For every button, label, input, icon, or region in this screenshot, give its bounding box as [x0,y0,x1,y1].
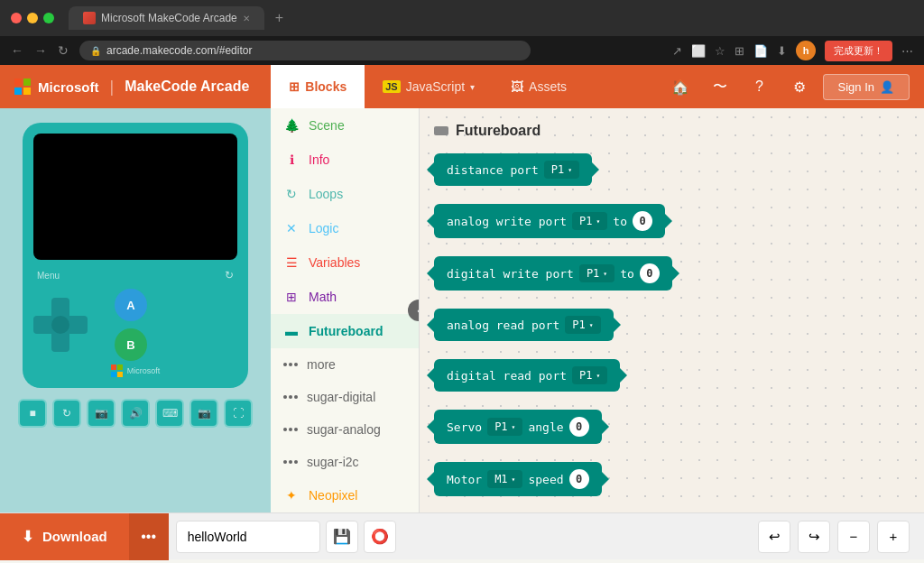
download-nav-icon[interactable]: ⬇ [777,44,787,58]
distance-port-block[interactable]: distance port P1 ▾ [434,153,592,186]
ms-logo-icon [14,78,31,95]
add-tab-button[interactable]: + [275,10,283,26]
update-button[interactable]: 完成更新！ [825,41,892,61]
servo-port-dropdown[interactable]: P1 ▾ [487,418,522,436]
neopixel-category-icon: ✦ [283,487,300,503]
undo-button[interactable]: ↩ [758,521,790,553]
device-panel: Menu ↻ A B [0,108,271,512]
category-sugar-digital[interactable]: sugar-digital [271,381,419,413]
category-scene[interactable]: 🌲 Scene [271,108,419,143]
device-controls-row: Menu ↻ [33,269,237,282]
forward-button[interactable]: → [34,43,47,58]
download-more-button[interactable]: ••• [129,513,169,560]
js-dropdown-icon[interactable]: ▾ [470,82,475,92]
category-sugar-i2c[interactable]: sugar-i2c [271,446,419,478]
share-button[interactable]: 〜 [704,70,736,103]
user-avatar[interactable]: h [796,41,816,60]
button-b[interactable]: B [115,328,147,361]
servo-label: Servo [447,420,482,434]
category-neopixel[interactable]: ✦ Neopixel [271,478,419,512]
screenshot-button[interactable]: 📷 [87,399,116,428]
minimize-dot[interactable] [27,13,38,23]
blocks-categories-panel: 🌲 Scene ℹ Info ↻ Loops ✕ Logic ☰ Variabl… [271,108,420,512]
tab-title: Microsoft MakeCode Arcade [101,12,237,24]
motor-block[interactable]: Motor M1 ▾ speed 0 [434,462,602,496]
category-variables[interactable]: ☰ Variables [271,245,419,280]
extensions-icon[interactable]: ⊞ [735,44,744,58]
settings-button[interactable]: ⚙ [783,70,816,103]
close-dot[interactable] [11,13,22,23]
help-button[interactable]: ? [744,70,776,103]
stop-button[interactable]: ■ [18,399,47,428]
digital-read-port-block[interactable]: digital read port P1 ▾ [434,359,620,392]
menu-icon[interactable]: ⋯ [901,44,913,58]
play-button[interactable]: ↻ [52,399,81,428]
maximize-dot[interactable] [43,13,54,23]
category-loops[interactable]: ↻ Loops [271,177,419,211]
download-label: Download [42,529,107,544]
home-button[interactable]: 🏠 [664,70,697,103]
bookmark-icon[interactable]: ☆ [715,44,725,58]
tab-javascript[interactable]: JS JavaScript ▾ [365,65,493,108]
project-name-input[interactable] [176,521,320,553]
zoom-in-button[interactable]: + [877,521,910,553]
download-button[interactable]: ⬇ Download [0,513,129,560]
analog-write-port-dropdown[interactable]: P1 ▾ [572,212,607,230]
url-box[interactable]: 🔒 arcade.makecode.com/#editor [79,41,531,60]
servo-angle-value[interactable]: 0 [569,417,589,437]
menu-label: Menu [37,271,60,281]
math-category-label: Math [309,290,337,304]
screenshot-icon[interactable]: ⬜ [691,44,706,58]
ms-logo-green [23,78,31,86]
button-a[interactable]: A [115,289,147,321]
category-info[interactable]: ℹ Info [271,143,419,177]
tab-blocks[interactable]: ⊞ Blocks [271,65,365,108]
category-math[interactable]: ⊞ Math [271,280,419,314]
distance-port-dropdown[interactable]: P1 ▾ [544,161,579,179]
digital-write-port-dropdown[interactable]: P1 ▾ [579,264,614,282]
undo-icon: ↩ [769,529,781,545]
digital-write-value[interactable]: 0 [640,263,660,283]
fullscreen-button[interactable]: ⛶ [224,399,253,428]
game-device: Menu ↻ A B [23,123,248,388]
category-logic[interactable]: ✕ Logic [271,211,419,245]
lock-icon: 🔒 [90,46,101,56]
category-futureboard[interactable]: ▬ Futureboard [271,314,419,348]
sign-in-button[interactable]: Sign In 👤 [823,74,910,100]
camera-button[interactable]: 📷 [189,399,218,428]
futureboard-category-label: Futureboard [309,324,383,338]
github-button[interactable]: ⭕ [364,521,396,553]
sound-button[interactable]: 🔊 [121,399,150,428]
analog-write-port-block[interactable]: analog write port P1 ▾ to 0 [434,204,665,238]
browser-chrome: Microsoft MakeCode Arcade ✕ + [0,0,924,36]
motor-speed-value[interactable]: 0 [569,469,589,489]
info-category-icon: ℹ [283,152,300,168]
device-refresh-icon[interactable]: ↻ [225,269,234,282]
browser-tab[interactable]: Microsoft MakeCode Arcade ✕ [69,6,264,30]
analog-read-port-dropdown[interactable]: P1 ▾ [565,316,600,334]
share-icon[interactable]: ↗ [672,44,682,58]
redo-icon: ↪ [808,529,820,545]
zoom-out-button[interactable]: − [837,521,870,553]
analog-read-port-block[interactable]: analog read port P1 ▾ [434,309,614,341]
category-more[interactable]: more [271,348,419,381]
digital-write-port-block[interactable]: digital write port P1 ▾ to 0 [434,256,672,291]
footer-right-controls: ↩ ↪ − + [758,521,924,553]
digital-read-port-dropdown[interactable]: P1 ▾ [572,366,607,384]
category-sugar-analog[interactable]: sugar-analog [271,413,419,446]
keyboard-button[interactable]: ⌨ [155,399,184,428]
analog-write-value[interactable]: 0 [633,211,652,231]
close-tab-button[interactable]: ✕ [243,14,250,23]
tab-assets[interactable]: 🖼 Assets [493,65,585,108]
to-label-2: to [620,267,634,281]
redo-button[interactable]: ↪ [798,521,830,553]
distance-port-label: distance port [447,163,539,177]
back-button[interactable]: ← [11,43,23,58]
refresh-button[interactable]: ↻ [58,43,69,58]
servo-block[interactable]: Servo P1 ▾ angle 0 [434,410,602,444]
reader-icon[interactable]: 📄 [753,44,768,58]
d-pad[interactable] [33,298,88,352]
blocks-canvas[interactable]: Futureboard distance port P1 ▾ an [420,108,924,512]
save-button[interactable]: 💾 [326,521,358,553]
motor-port-dropdown[interactable]: M1 ▾ [487,470,522,488]
